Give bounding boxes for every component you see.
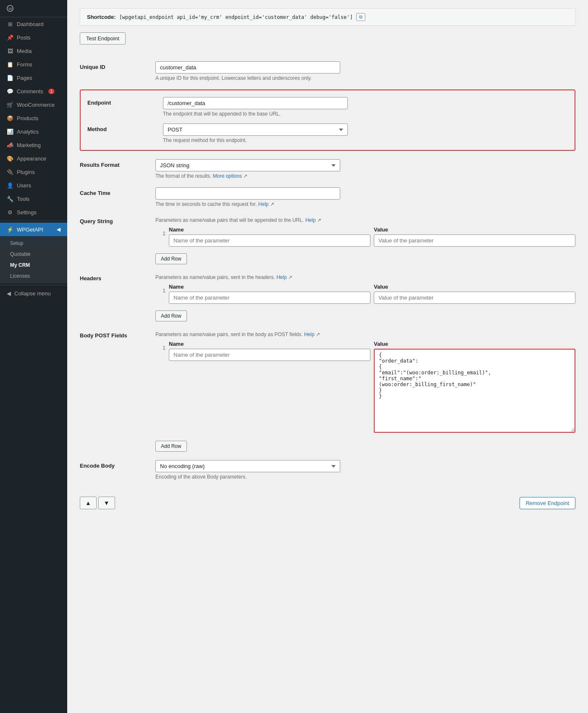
headers-value-input[interactable] xyxy=(374,292,575,304)
sidebar-sub-quotable[interactable]: Quotable xyxy=(0,249,67,260)
sidebar-item-wpgetapi[interactable]: ⚡ WPGetAPI ◀ xyxy=(0,223,67,236)
query-string-label: Query String xyxy=(80,216,155,224)
sidebar-item-comments[interactable]: 💬 Comments 1 xyxy=(0,84,67,98)
woocommerce-icon: 🛒 xyxy=(7,101,13,108)
body-value-textarea[interactable] xyxy=(374,349,575,433)
sidebar-item-marketing[interactable]: 📣 Marketing xyxy=(0,138,67,152)
products-icon: 📦 xyxy=(7,115,13,121)
results-format-row: Results Format JSON string Array Raw The… xyxy=(80,159,575,179)
headers-content: Parameters as name/value pairs, sent in … xyxy=(155,273,575,321)
query-string-desc: Parameters as name/value pairs that will… xyxy=(155,217,575,223)
query-help-link[interactable]: Help xyxy=(305,217,316,223)
marketing-icon: 📣 xyxy=(7,142,13,148)
body-row-number: 1 xyxy=(155,341,165,351)
forms-icon: 📋 xyxy=(7,61,13,68)
results-format-content: JSON string Array Raw The format of the … xyxy=(155,159,575,179)
query-name-input[interactable] xyxy=(169,234,370,247)
method-label: Method xyxy=(87,124,163,132)
dashboard-icon: ⊞ xyxy=(7,21,13,27)
test-endpoint-button[interactable]: Test Endpoint xyxy=(80,32,126,45)
sidebar-item-tools[interactable]: 🔧 Tools xyxy=(0,192,67,205)
headers-add-row-button[interactable]: Add Row xyxy=(155,310,187,321)
body-help-link[interactable]: Help xyxy=(304,332,315,337)
encode-body-desc: Encoding of the above Body parameters. xyxy=(155,474,575,480)
cache-time-desc: The time in seconds to cache this reques… xyxy=(155,201,575,207)
sidebar-item-dashboard[interactable]: ⊞ Dashboard xyxy=(0,17,67,31)
headers-help-link[interactable]: Help xyxy=(276,274,287,280)
appearance-icon: 🎨 xyxy=(7,155,13,162)
cache-help-link[interactable]: Help xyxy=(258,201,269,207)
sidebar-item-posts[interactable]: 📌 Posts xyxy=(0,31,67,44)
plugins-icon: 🔌 xyxy=(7,168,13,175)
unique-id-row: Unique ID A unique ID for this endpoint.… xyxy=(80,61,575,81)
query-value-header: Value xyxy=(374,226,575,233)
more-options-link[interactable]: More options xyxy=(213,173,242,179)
wp-logo: W xyxy=(0,0,67,17)
encode-body-row: Encode Body No encoding (raw) URL encode… xyxy=(80,460,575,480)
headers-name-input[interactable] xyxy=(169,292,370,304)
query-value-input[interactable] xyxy=(374,234,575,247)
headers-name-col: Name xyxy=(169,284,370,304)
endpoint-desc: The endpoint that will be appended to th… xyxy=(163,111,568,117)
body-post-label: Body POST Fields xyxy=(80,330,155,339)
cache-time-label: Cache Time xyxy=(80,187,155,196)
sidebar-sub-licenses[interactable]: Licenses xyxy=(0,271,67,282)
body-add-row-button[interactable]: Add Row xyxy=(155,441,187,452)
unique-id-label: Unique ID xyxy=(80,61,155,70)
remove-endpoint-button[interactable]: Remove Endpoint xyxy=(520,497,575,509)
wpgetapi-submenu: Setup Quotable My CRM Licenses xyxy=(0,236,67,283)
query-name-header: Name xyxy=(169,226,370,233)
sidebar-item-appearance[interactable]: 🎨 Appearance xyxy=(0,152,67,165)
wpgetapi-arrow: ◀ xyxy=(57,226,60,232)
endpoint-input[interactable] xyxy=(163,97,348,109)
tools-icon: 🔧 xyxy=(7,195,13,202)
collapse-icon: ◀ xyxy=(7,290,11,297)
endpoint-content: The endpoint that will be appended to th… xyxy=(163,97,568,117)
copy-icon: ⧉ xyxy=(359,14,362,19)
unique-id-input[interactable] xyxy=(155,61,340,74)
body-name-header: Name xyxy=(169,341,370,347)
shortcode-bar: Shortcode: [wpgetapi_endpoint api_id='my… xyxy=(80,8,575,26)
body-name-col: Name xyxy=(169,341,370,434)
copy-shortcode-button[interactable]: ⧉ xyxy=(356,13,365,21)
body-name-input[interactable] xyxy=(169,349,370,361)
collapse-menu-button[interactable]: ◀ Collapse menu xyxy=(0,287,67,300)
users-icon: 👤 xyxy=(7,182,13,189)
body-post-row-1: 1 Name Value xyxy=(155,341,575,434)
comments-icon: 💬 xyxy=(7,88,13,95)
headers-desc: Parameters as name/value pairs, sent in … xyxy=(155,274,575,280)
query-add-row-button[interactable]: Add Row xyxy=(155,253,187,264)
endpoint-row: Endpoint The endpoint that will be appen… xyxy=(87,97,568,117)
sidebar-item-woocommerce[interactable]: 🛒 WooCommerce xyxy=(0,98,67,111)
body-post-desc: Parameters as name/value pairs, sent in … xyxy=(155,332,575,337)
wpgetapi-icon: ⚡ xyxy=(7,226,13,233)
posts-icon: 📌 xyxy=(7,34,13,41)
query-string-row: Query String Parameters as name/value pa… xyxy=(80,216,575,264)
sidebar-item-pages[interactable]: 📄 Pages xyxy=(0,71,67,84)
sidebar-item-settings[interactable]: ⚙ Settings xyxy=(0,205,67,219)
headers-row: Headers Parameters as name/value pairs, … xyxy=(80,273,575,321)
cache-time-input[interactable] xyxy=(155,187,340,200)
bottom-nav: ▲ ▼ Remove Endpoint xyxy=(80,490,575,509)
sidebar-sub-mycrm[interactable]: My CRM xyxy=(0,260,67,271)
sidebar-item-plugins[interactable]: 🔌 Plugins xyxy=(0,165,67,179)
body-value-col: Value xyxy=(374,341,575,434)
endpoint-method-section: Endpoint The endpoint that will be appen… xyxy=(80,89,575,151)
sidebar-item-media[interactable]: 🖼 Media xyxy=(0,44,67,58)
query-string-content: Parameters as name/value pairs that will… xyxy=(155,216,575,264)
method-select[interactable]: POST GET PUT PATCH DELETE xyxy=(163,124,348,136)
cache-time-content: The time in seconds to cache this reques… xyxy=(155,187,575,207)
nav-down-button[interactable]: ▼ xyxy=(98,497,115,509)
svg-text:W: W xyxy=(8,6,13,11)
sidebar-item-users[interactable]: 👤 Users xyxy=(0,179,67,192)
nav-up-button[interactable]: ▲ xyxy=(80,497,97,509)
results-format-select[interactable]: JSON string Array Raw xyxy=(155,159,340,171)
headers-name-header: Name xyxy=(169,284,370,290)
sidebar-item-analytics[interactable]: 📊 Analytics xyxy=(0,125,67,138)
encode-body-select[interactable]: No encoding (raw) URL encode JSON encode xyxy=(155,460,340,472)
sidebar-item-products[interactable]: 📦 Products xyxy=(0,111,67,125)
sidebar-sub-setup[interactable]: Setup xyxy=(0,238,67,249)
sidebar-item-forms[interactable]: 📋 Forms xyxy=(0,58,67,71)
results-format-label: Results Format xyxy=(80,159,155,168)
body-post-content: Parameters as name/value pairs, sent in … xyxy=(155,330,575,452)
